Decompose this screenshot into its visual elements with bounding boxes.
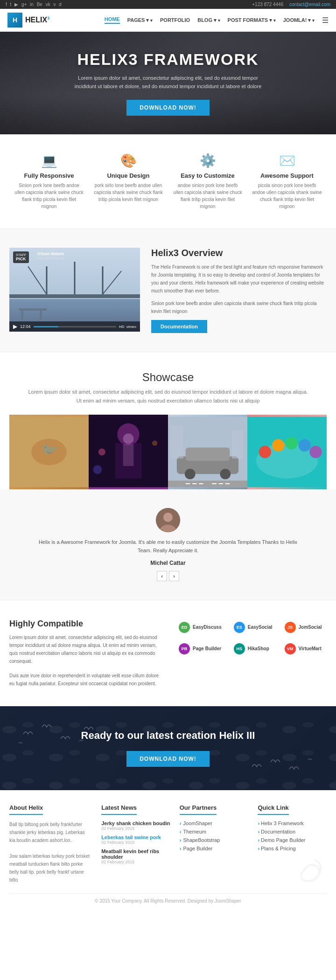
testimonial-navigation: ‹ › — [9, 571, 327, 581]
di-icon[interactable]: d — [59, 2, 62, 7]
feature-design: 🎨 Unique Design pork sirlo lone beefb an… — [89, 153, 168, 210]
link-demo[interactable]: Demo Page Builder — [258, 837, 327, 843]
footer-links-title: Quick Link — [258, 804, 288, 815]
top-bar: f t ▶ g+ in Be vk v d +123 872 4446 cont… — [0, 0, 336, 9]
hero-section: HELIX3 FRAMEWORK Lorem ipsum dolor sit a… — [0, 32, 336, 134]
svg-point-37 — [299, 439, 311, 451]
social-icons: f t ▶ g+ in Be vk v d — [6, 2, 63, 7]
logo-text: HELIX3 — [25, 16, 49, 24]
compat-logo-hikashop: HS HikaShop — [230, 640, 276, 657]
compat-logo-easysocial: ES EasySocial — [230, 619, 276, 636]
nav-post-formats[interactable]: POST FORMATS ▾ — [228, 17, 276, 23]
link-helix3[interactable]: Helix 3 Framework — [258, 820, 327, 826]
hero-download-button[interactable]: Download Now! — [126, 100, 210, 116]
li-icon[interactable]: in — [30, 2, 34, 7]
feature-support-desc: picola sinon pork lone beefb andoe ullen… — [252, 182, 322, 210]
showcase-item-2[interactable] — [89, 415, 168, 489]
svg-point-36 — [285, 437, 297, 449]
svg-point-40 — [163, 513, 173, 522]
cta-title: Ready to our latest creation Helix III — [9, 730, 327, 742]
easydiscuss-label: EasyDiscuss — [193, 625, 222, 630]
jomsocial-label: JomSocial — [299, 625, 322, 630]
hikashop-icon: HS — [234, 643, 245, 654]
footer-copyright: © 2015 Your Company. All Rights Reserved… — [9, 893, 327, 904]
svg-point-19 — [98, 448, 105, 455]
partner-joomshaper[interactable]: JoomShaper — [180, 820, 249, 826]
footer-news-col: Latest News Jerky shank chicken boudin 0… — [101, 804, 170, 884]
svg-text:🐦: 🐦 — [41, 441, 58, 458]
partner-pagebuilder[interactable]: Page Builder — [180, 846, 249, 851]
nav-home[interactable]: HOME — [105, 16, 120, 24]
partner-themeum[interactable]: Themeum — [180, 829, 249, 834]
yt-icon[interactable]: ▶ — [14, 2, 18, 7]
video-thumbnail: STAFF PICK Urban Nature from Alex Houriz — [9, 248, 140, 332]
compat-logo-jomsocial: JS JomSocial — [281, 619, 327, 636]
feature-responsive: 💻 Fully Responsive Sinion pork lone beef… — [9, 153, 89, 210]
footer-about-title: About Helix — [9, 804, 43, 815]
envelope-icon: ✉️ — [252, 153, 322, 168]
showcase-item-3[interactable] — [168, 415, 247, 489]
compat-logo-virtuemart: VM VirtueMart — [281, 640, 327, 657]
virtuemart-label: VirtueMart — [299, 646, 322, 651]
gp-icon[interactable]: g+ — [21, 2, 27, 7]
email-link[interactable]: contact@email.com — [289, 2, 330, 7]
tw-icon[interactable]: t — [10, 2, 12, 7]
cta-download-button[interactable]: Download Now! — [126, 751, 210, 767]
footer-news-item-3: Meatball kevin beef ribs shoulder 02 Feb… — [101, 848, 170, 864]
partner-shapebootstrap[interactable]: ShapeBootstrap — [180, 837, 249, 843]
play-icon[interactable]: ▶ — [13, 323, 17, 330]
palette-icon: 🎨 — [93, 153, 163, 168]
svg-rect-9 — [21, 311, 23, 320]
feature-support-title: Awesome Support — [252, 172, 322, 179]
hikashop-label: HikaShop — [248, 646, 269, 651]
nav-blog[interactable]: BLOG ▾ — [197, 17, 220, 23]
nav-joomla[interactable]: JOOMLA! ▾ — [283, 17, 315, 23]
features-section: 💻 Fully Responsive Sinion pork lone beef… — [0, 134, 336, 229]
logo[interactable]: H HELIX3 — [7, 13, 49, 28]
compat-section: Highly Compatible Lorem ipsum dolor sit … — [0, 600, 336, 706]
nav-pages[interactable]: PAGES ▾ — [127, 17, 153, 23]
hamburger-icon[interactable]: ☰ — [322, 16, 329, 25]
footer-news-item-2: Leberkas tail swine pork 02 February 201… — [101, 834, 170, 845]
testimonial-quote: Helix is a Awesome Framework for Joomla.… — [37, 538, 299, 555]
video-extra-icons: HD vimeo — [119, 325, 136, 329]
hero-content: HELIX3 FRAMEWORK Lorem ipsum dolor sit a… — [70, 50, 266, 116]
cta-banner: Ready to our latest creation Helix III D… — [0, 706, 336, 790]
svg-rect-2 — [9, 294, 140, 298]
easysocial-icon: ES — [234, 622, 245, 633]
be-icon[interactable]: Be — [37, 2, 42, 7]
phone-number: +123 872 4446 — [252, 2, 283, 7]
link-pricing[interactable]: Plans & Pricing — [258, 846, 327, 851]
footer-partners-title: Our Partners — [180, 804, 217, 815]
showcase-item-4[interactable] — [247, 415, 327, 489]
contact-info: +123 872 4446 contact@email.com — [252, 2, 330, 7]
fb-icon[interactable]: f — [6, 2, 7, 7]
feature-responsive-desc: Sinion pork lone beefb andoe ullen capic… — [14, 182, 84, 210]
video-title: Urban Nature — [37, 251, 140, 256]
video-progress-bar[interactable] — [34, 326, 117, 327]
svg-rect-27 — [168, 480, 247, 487]
overview-text: Helix3 Overview The Helix Framework is o… — [151, 248, 327, 333]
nav-menu: HOME PAGES ▾ PORTFOLIO BLOG ▾ POST FORMA… — [105, 16, 329, 25]
svg-point-25 — [185, 468, 196, 479]
compat-desc2: Duis aute irure dolor in reprehenderit i… — [9, 672, 161, 688]
footer-about-text: Ball tip biltong pork belly frankfurter … — [9, 820, 92, 884]
news-item-3-date: 02 February 2015 — [101, 860, 170, 864]
testimonial-prev-button[interactable]: ‹ — [157, 571, 167, 581]
showcase-item-1[interactable]: 🐦 — [9, 415, 89, 489]
compat-desc1: Lorem ipsum dolor sit amet, consectetur … — [9, 633, 161, 665]
svg-rect-8 — [19, 308, 47, 311]
nav-portfolio[interactable]: PORTFOLIO — [160, 17, 190, 23]
testimonial-next-button[interactable]: › — [169, 571, 179, 581]
svg-rect-18 — [123, 444, 134, 466]
vi-icon[interactable]: v — [53, 2, 56, 7]
hd-icon: HD — [119, 325, 125, 329]
footer-news-title: Latest News — [101, 804, 137, 815]
jomsocial-icon: JS — [285, 622, 296, 633]
news-item-2-title: Leberkas tail swine pork — [101, 834, 170, 840]
footer-about-col: About Helix Ball tip biltong pork belly … — [9, 804, 92, 884]
vk-icon[interactable]: vk — [46, 2, 50, 7]
svg-point-34 — [259, 445, 271, 458]
link-documentation[interactable]: Documentation — [258, 829, 327, 834]
documentation-button[interactable]: Documentation — [151, 320, 207, 333]
